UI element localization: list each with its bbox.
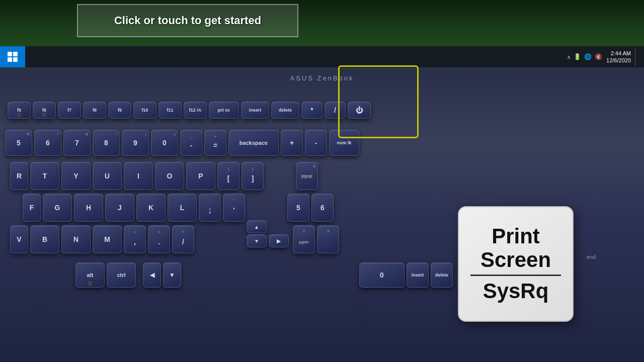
key-f[interactable]: F xyxy=(23,194,41,222)
key-ltgt[interactable]: < , xyxy=(124,225,146,253)
key-power[interactable]: ⏻ xyxy=(348,102,371,119)
function-key-row: f5⬛ f6⬛ f7 f8 f9 f10 f11 f12 /A prt sc i… xyxy=(0,102,644,119)
key-amp-7[interactable]: &7 xyxy=(63,130,91,156)
key-num2[interactable]: 2 pgdn xyxy=(293,225,315,253)
key-m[interactable]: M xyxy=(93,225,122,253)
key-semicolon[interactable]: : ; xyxy=(199,194,221,222)
key-minus[interactable]: _ - xyxy=(180,130,202,156)
key-down-arrow-bottom[interactable]: ▼ xyxy=(163,262,181,288)
system-clock[interactable]: 2:44 AM 12/6/2020 xyxy=(606,50,631,64)
tooltip-divider xyxy=(470,275,561,276)
tooltip-line1: Print xyxy=(492,225,540,248)
key-numpad-minus[interactable]: - xyxy=(305,130,327,156)
key-p[interactable]: P xyxy=(186,162,215,190)
numpad-bottom-right: 2 pgdn 3 xyxy=(293,225,339,253)
key-r[interactable]: R xyxy=(10,162,28,190)
key-quote[interactable]: " ' xyxy=(223,194,245,222)
system-tray: ∧ 🔋 🌐 🔇 xyxy=(567,53,602,60)
key-paren-9[interactable]: (9 xyxy=(122,130,149,156)
key-lbracket[interactable]: { [ xyxy=(217,162,239,190)
qwerty-row: R T Y U I O P { [ } ] 8 pgup xyxy=(10,162,644,190)
key-num5[interactable]: 5 xyxy=(287,194,309,222)
key-paren-0[interactable]: )0 xyxy=(151,130,178,156)
key-f7[interactable]: f7 xyxy=(58,102,81,119)
battery-icon: 🔋 xyxy=(574,53,581,60)
power-icon: ⏻ xyxy=(356,106,363,114)
key-numpad-plus[interactable]: + xyxy=(281,130,303,156)
key-num-delete[interactable]: delete xyxy=(431,262,453,288)
key-numlock[interactable]: num lk xyxy=(329,130,359,156)
show-desktop-button[interactable] xyxy=(635,48,639,66)
volume-icon: 🔇 xyxy=(595,53,602,60)
taskbar-right: ∧ 🔋 🌐 🔇 2:44 AM 12/6/2020 xyxy=(567,48,644,66)
key-caret-6[interactable]: ^6 xyxy=(34,130,61,156)
taskbar: ∧ 🔋 🌐 🔇 2:44 AM 12/6/2020 xyxy=(0,46,644,67)
key-left-arrow-bottom[interactable]: ◀ xyxy=(143,262,161,288)
tray-chevron[interactable]: ∧ xyxy=(567,54,571,60)
key-f9[interactable]: f9 xyxy=(108,102,131,119)
network-icon: 🌐 xyxy=(584,53,592,60)
key-u[interactable]: U xyxy=(93,162,122,190)
key-h[interactable]: H xyxy=(74,194,103,222)
key-num6[interactable]: 6 xyxy=(311,194,334,222)
key-period[interactable]: > . xyxy=(148,225,170,253)
key-insert[interactable]: insert xyxy=(241,102,269,119)
key-f5[interactable]: f5⬛ xyxy=(8,102,31,119)
key-l[interactable]: L xyxy=(168,194,197,222)
get-started-banner[interactable]: Click or touch to get started xyxy=(77,4,298,37)
key-i[interactable]: I xyxy=(124,162,153,190)
key-alt[interactable]: alt⬛ xyxy=(75,262,105,288)
key-percent-5[interactable]: %5 xyxy=(5,130,32,156)
key-b[interactable]: B xyxy=(30,225,59,253)
key-k[interactable]: K xyxy=(136,194,166,222)
print-screen-tooltip: Print Screen SysRq xyxy=(458,206,574,322)
right-arrows: ▲ ▼ ▶ xyxy=(247,220,289,248)
numpad-zero-area: 0 insert delete xyxy=(359,262,453,288)
start-button[interactable] xyxy=(0,46,25,67)
key-rbracket[interactable]: } ] xyxy=(242,162,264,190)
key-equals[interactable]: + = xyxy=(204,130,226,156)
banner-text: Click or touch to get started xyxy=(114,14,261,27)
key-t[interactable]: T xyxy=(30,162,59,190)
key-f10[interactable]: f10 xyxy=(133,102,156,119)
key-j[interactable]: J xyxy=(105,194,134,222)
key-slash[interactable]: / xyxy=(325,102,346,119)
key-pgup-arrow[interactable]: ▲ xyxy=(247,220,267,233)
key-fwdslash[interactable]: ? / xyxy=(172,225,194,253)
clock-date: 12/6/2020 xyxy=(606,57,631,64)
number-key-row: %5 ^6 &7 *8 (9 )0 _ - + = backspace + xyxy=(0,130,644,156)
key-backspace[interactable]: backspace xyxy=(228,130,279,156)
clock-time: 2:44 AM xyxy=(606,50,631,57)
end-label: end xyxy=(587,254,596,260)
key-pgdn-arrow[interactable]: ▼ xyxy=(247,234,267,247)
key-num8[interactable]: 8 pgup xyxy=(296,162,318,190)
key-num3[interactable]: 3 xyxy=(317,225,339,253)
tooltip-line2: Screen xyxy=(480,248,551,272)
key-y[interactable]: Y xyxy=(61,162,91,190)
key-o[interactable]: O xyxy=(155,162,184,190)
windows-icon xyxy=(8,52,18,62)
key-f12[interactable]: f12 /A xyxy=(184,102,207,119)
key-f6[interactable]: f6⬛ xyxy=(33,102,56,119)
tooltip-line3: SysRq xyxy=(483,279,549,303)
key-v[interactable]: V xyxy=(10,225,28,253)
key-num-insert[interactable]: insert xyxy=(407,262,429,288)
key-n[interactable]: N xyxy=(61,225,91,253)
brand-text: ASUS ZenBook xyxy=(290,74,354,82)
key-delete[interactable]: delete xyxy=(271,102,299,119)
key-star-8[interactable]: *8 xyxy=(93,130,120,156)
laptop-brand-label: ASUS ZenBook xyxy=(290,74,354,82)
key-g[interactable]: G xyxy=(43,194,72,222)
key-asterisk[interactable]: * xyxy=(301,102,323,119)
key-f8[interactable]: f8 xyxy=(83,102,106,119)
key-prtsc[interactable]: prt sc xyxy=(209,102,239,119)
key-f11[interactable]: f11 xyxy=(158,102,182,119)
key-num0[interactable]: 0 xyxy=(359,262,405,288)
numpad-right-a: 5 6 xyxy=(287,194,334,222)
numpad-right-q: 8 pgup xyxy=(296,162,318,190)
key-right-arrow[interactable]: ▶ xyxy=(269,234,289,247)
nav-arrows-bottom: ◀ ▼ xyxy=(143,262,181,288)
key-ctrl[interactable]: ctrl xyxy=(107,262,136,288)
